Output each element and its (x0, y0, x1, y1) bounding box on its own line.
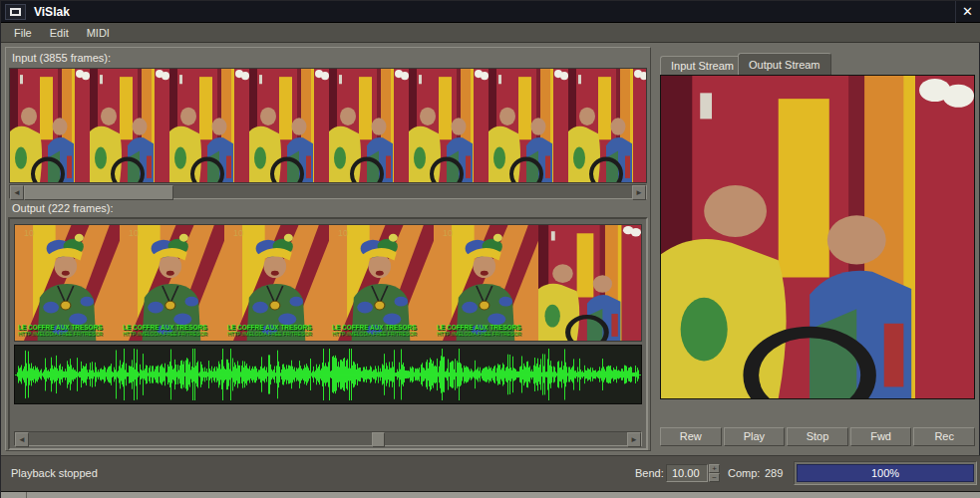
app-window: ViSlak ✕ File Edit MIDI Input (3855 fram… (0, 0, 980, 498)
progress-value: 100% (797, 464, 974, 482)
play-button[interactable]: Play (724, 427, 786, 446)
input-scrollbar[interactable]: ◄ ► (9, 184, 647, 199)
scroll-right-icon[interactable]: ► (632, 185, 646, 200)
menu-file[interactable]: File (5, 25, 41, 41)
status-bar: Playback stopped Bend: 10.00 + − Comp: 2… (1, 455, 980, 491)
video-caption: LE COFFRE AUX TRESORSHTTP://MELODIA.FREE… (18, 324, 110, 338)
frame-number: 10 (24, 228, 34, 238)
input-frame[interactable] (249, 69, 329, 182)
window-title: ViSlak (34, 5, 70, 19)
video-caption: LE COFFRE AUX TRESORSHTTP://MELODIA.FREE… (227, 324, 319, 338)
frame-number: 10 (129, 228, 139, 238)
input-filmstrip[interactable] (9, 68, 647, 183)
output-frame[interactable]: 10LE COFFRE AUX TRESORSHTTP://MELODIA.FR… (120, 225, 224, 341)
record-button[interactable]: Rec (913, 427, 975, 446)
frame-number: 10 (233, 228, 243, 238)
input-frame[interactable] (329, 69, 409, 182)
window-menu-button[interactable] (5, 4, 26, 20)
rewind-button[interactable]: Rew (660, 427, 722, 446)
spin-up-icon[interactable]: + (709, 464, 720, 473)
stop-button[interactable]: Stop (787, 427, 848, 446)
video-preview (660, 75, 975, 399)
comp-value: 289 (765, 467, 783, 479)
audio-waveform (14, 345, 642, 404)
playback-status: Playback stopped (11, 467, 98, 479)
video-caption: LE COFFRE AUX TRESORSHTTP://MELODIA.FREE… (123, 324, 214, 338)
scroll-left-icon[interactable]: ◄ (15, 432, 29, 447)
title-bar: ViSlak ✕ (1, 1, 980, 23)
menu-edit[interactable]: Edit (41, 25, 78, 41)
output-frame[interactable]: 10LE COFFRE AUX TRESORSHTTP://MELODIA.FR… (15, 225, 120, 341)
menu-bar: File Edit MIDI (1, 23, 980, 43)
input-frame[interactable] (90, 69, 169, 182)
output-frame[interactable]: 10LE COFFRE AUX TRESORSHTTP://MELODIA.FR… (224, 225, 329, 341)
bend-input[interactable]: 10.00 (666, 464, 708, 482)
output-scrollbar[interactable]: ◄ ► (14, 431, 642, 446)
bend-spinner: + − (709, 464, 720, 482)
input-frame[interactable] (10, 69, 90, 182)
video-caption: LE COFFRE AUX TRESORSHTTP://MELODIA.FREE… (332, 324, 424, 338)
input-frame[interactable] (409, 69, 489, 182)
frame-number: 10 (443, 228, 453, 238)
output-frame[interactable]: 10LE COFFRE AUX TRESORSHTTP://MELODIA.FR… (329, 225, 434, 341)
input-frame[interactable] (169, 69, 249, 182)
timeline-panel: Input (3855 frames): ◄ ► Output (222 fra… (5, 47, 651, 451)
progress-bar: 100% (794, 461, 977, 485)
close-icon[interactable]: ✕ (955, 1, 979, 23)
video-frame-image (661, 76, 974, 398)
output-frame[interactable]: 10LE COFFRE AUX TRESORSHTTP://MELODIA.FR… (434, 225, 538, 341)
input-frames-label: Input (3855 frames): (12, 52, 111, 64)
transport-controls: Rew Play Stop Fwd Rec (660, 427, 975, 446)
preview-panel: Input Stream Output Stream Rew Play Stop… (654, 47, 977, 451)
input-scrollbar-thumb[interactable] (24, 185, 173, 200)
output-scrollbar-thumb[interactable] (372, 432, 385, 447)
spin-down-icon[interactable]: − (709, 473, 720, 482)
forward-button[interactable]: Fwd (850, 427, 912, 446)
resize-grip[interactable] (26, 492, 27, 498)
output-frame-partial[interactable] (538, 225, 641, 341)
video-caption: LE COFFRE AUX TRESORSHTTP://MELODIA.FREE… (437, 324, 528, 338)
comp-label: Comp: (728, 467, 760, 479)
tab-input-stream[interactable]: Input Stream (660, 56, 745, 75)
window-bottom-edge (1, 491, 980, 498)
bend-label: Bend: (635, 467, 664, 479)
output-filmstrip[interactable]: 10LE COFFRE AUX TRESORSHTTP://MELODIA.FR… (14, 224, 642, 342)
output-frames-label: Output (222 frames): (12, 202, 114, 214)
scroll-left-icon[interactable]: ◄ (10, 185, 24, 200)
output-panel: 10LE COFFRE AUX TRESORSHTTP://MELODIA.FR… (8, 217, 648, 450)
menu-midi[interactable]: MIDI (78, 25, 119, 41)
input-frame[interactable] (489, 69, 568, 182)
frame-number: 10 (338, 228, 348, 238)
tab-output-stream[interactable]: Output Stream (738, 53, 831, 75)
input-frame[interactable] (568, 69, 647, 182)
window-icon (10, 8, 21, 16)
scroll-right-icon[interactable]: ► (627, 432, 641, 447)
